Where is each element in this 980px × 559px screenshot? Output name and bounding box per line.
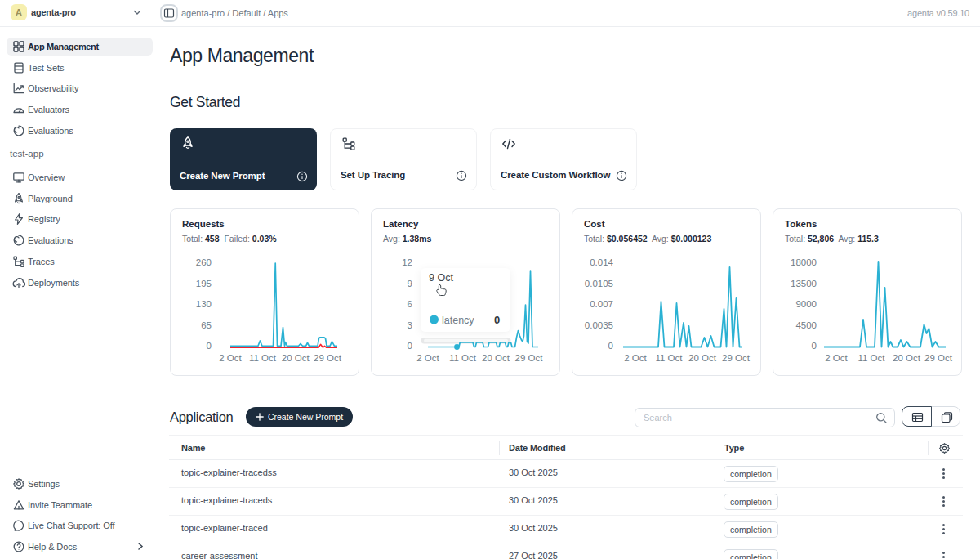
svg-text:11 Oct: 11 Oct	[655, 353, 683, 363]
svg-text:0: 0	[408, 341, 412, 351]
svg-text:2 Oct: 2 Oct	[624, 353, 647, 363]
svg-text:130: 130	[196, 299, 212, 309]
svg-text:6: 6	[408, 299, 412, 309]
svg-text:12: 12	[402, 257, 412, 267]
svg-text:0.0035: 0.0035	[585, 320, 613, 330]
svg-text:18000: 18000	[791, 257, 817, 267]
svg-text:20 Oct: 20 Oct	[688, 353, 717, 363]
svg-text:0: 0	[494, 314, 500, 326]
svg-text:0.0105: 0.0105	[585, 279, 613, 288]
svg-text:29 Oct: 29 Oct	[722, 353, 751, 363]
svg-text:195: 195	[196, 279, 212, 288]
svg-text:20 Oct: 20 Oct	[893, 353, 921, 363]
svg-text:65: 65	[201, 320, 212, 330]
svg-text:2 Oct: 2 Oct	[825, 353, 848, 363]
svg-text:0: 0	[608, 341, 613, 351]
svg-text:0: 0	[812, 341, 817, 351]
svg-text:2 Oct: 2 Oct	[219, 353, 242, 363]
svg-text:9000: 9000	[795, 299, 817, 309]
svg-text:2 Oct: 2 Oct	[416, 353, 439, 363]
svg-text:11 Oct: 11 Oct	[249, 353, 277, 363]
svg-text:260: 260	[196, 257, 212, 267]
svg-text:13500: 13500	[791, 279, 817, 288]
svg-text:0.014: 0.014	[590, 257, 613, 267]
svg-text:11 Oct: 11 Oct	[858, 353, 885, 363]
svg-text:29 Oct: 29 Oct	[924, 353, 953, 363]
svg-text:latency: latency	[442, 315, 474, 326]
svg-text:9: 9	[408, 279, 412, 288]
svg-text:20 Oct: 20 Oct	[482, 353, 510, 363]
svg-text:3: 3	[408, 320, 412, 330]
svg-text:4500: 4500	[795, 320, 817, 330]
svg-text:9 Oct: 9 Oct	[429, 272, 453, 284]
svg-text:20 Oct: 20 Oct	[282, 353, 310, 363]
svg-text:11 Oct: 11 Oct	[449, 353, 477, 363]
svg-text:29 Oct: 29 Oct	[515, 353, 544, 363]
svg-text:29 Oct: 29 Oct	[314, 353, 342, 363]
svg-text:0.007: 0.007	[590, 299, 613, 309]
svg-text:0: 0	[207, 341, 212, 351]
